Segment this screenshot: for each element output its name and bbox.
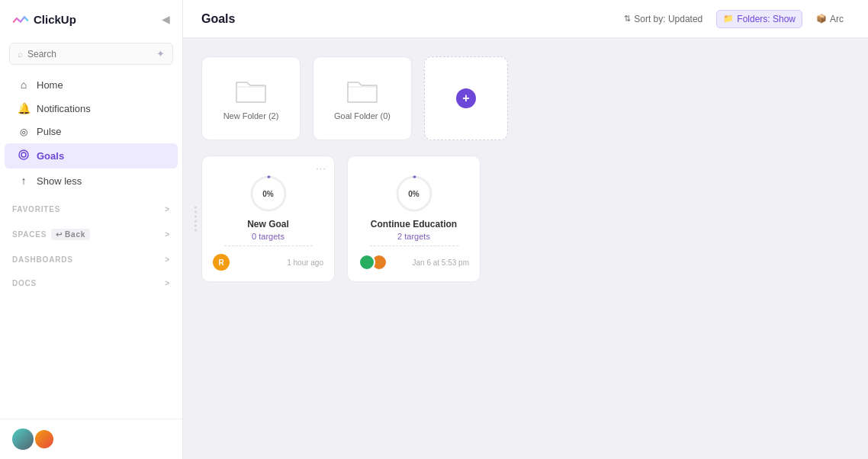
dashboards-label: DASHBOARDS bbox=[12, 255, 73, 264]
sort-icon: ⇅ bbox=[624, 14, 631, 24]
progress-ring-new-goal: 0% bbox=[248, 173, 289, 214]
nav-home-label: Home bbox=[37, 79, 63, 91]
folders-button[interactable]: 📁 Folders: Show bbox=[716, 10, 802, 28]
archive-icon: 📦 bbox=[816, 14, 827, 24]
progress-ring-continue-education: 0% bbox=[394, 173, 435, 214]
folder-btn-icon: 📁 bbox=[723, 14, 734, 24]
content-area: New Folder (2) Goal Folder (0) + bbox=[183, 38, 868, 459]
sidebar-footer bbox=[0, 419, 182, 459]
progress-percent-education: 0% bbox=[408, 190, 419, 198]
nav-item-pulse[interactable]: ◎ Pulse bbox=[5, 120, 178, 143]
main-content: Goals ⇅ Sort by: Updated 📁 Folders: Show… bbox=[183, 0, 868, 459]
goal-targets-education: 2 targets bbox=[397, 232, 430, 241]
user-avatar-2 bbox=[34, 429, 55, 450]
docs-label: DOCS bbox=[12, 279, 37, 287]
goal-name-new-goal: New Goal bbox=[247, 219, 289, 230]
search-input[interactable] bbox=[27, 49, 152, 59]
sidebar-section-dashboards[interactable]: DASHBOARDS > bbox=[0, 248, 182, 267]
folder-card-new-folder[interactable]: New Folder (2) bbox=[201, 56, 301, 140]
archive-button[interactable]: 📦 Arc bbox=[810, 11, 850, 27]
nav-item-goals[interactable]: Goals bbox=[5, 143, 178, 169]
topbar-actions: ⇅ Sort by: Updated 📁 Folders: Show 📦 Arc bbox=[618, 10, 850, 28]
goal-footer-education: Jan 6 at 5:53 pm bbox=[358, 249, 469, 271]
favorites-label: FAVORITES bbox=[12, 205, 60, 213]
goal-footer-new-goal: R 1 hour ago bbox=[213, 249, 323, 271]
nav-pulse-label: Pulse bbox=[37, 126, 62, 137]
nav-item-notifications[interactable]: 🔔 Notifications bbox=[5, 97, 178, 120]
svg-point-0 bbox=[19, 150, 28, 159]
goals-row: ··· 0% New Goal 0 targets R 1 hour ago bbox=[201, 156, 850, 282]
docs-arrow: > bbox=[165, 279, 170, 287]
goal-card-continue-education[interactable]: 0% Continue Education 2 targets Jan 6 at… bbox=[347, 156, 481, 282]
sidebar: ClickUp ◀ ⌕ ✦ ⌂ Home 🔔 Notifications ◎ P… bbox=[0, 0, 183, 459]
spaces-arrow: > bbox=[165, 230, 170, 239]
logo: ClickUp bbox=[12, 11, 76, 27]
page-title: Goals bbox=[201, 12, 235, 26]
sort-label: Sort by: Updated bbox=[634, 14, 702, 24]
add-folder-plus-icon: + bbox=[456, 88, 476, 108]
topbar: Goals ⇅ Sort by: Updated 📁 Folders: Show… bbox=[183, 0, 868, 38]
progress-percent-new-goal: 0% bbox=[262, 190, 273, 198]
user-avatar bbox=[12, 429, 34, 450]
folders-label: Folders: Show bbox=[737, 14, 796, 24]
nav-show-less[interactable]: ↑ Show less bbox=[5, 169, 178, 192]
goal-avatar-1-education bbox=[358, 254, 375, 271]
spaces-row: SPACES ↩ Back bbox=[12, 229, 90, 240]
clickup-logo-icon bbox=[12, 11, 29, 27]
goal-card-menu-button[interactable]: ··· bbox=[316, 162, 326, 174]
pulse-icon: ◎ bbox=[17, 127, 31, 137]
search-bar[interactable]: ⌕ ✦ bbox=[9, 43, 173, 65]
goal-name-education: Continue Education bbox=[371, 219, 457, 230]
favorites-arrow: > bbox=[165, 205, 170, 213]
add-folder-button[interactable]: + bbox=[424, 56, 508, 140]
goal-targets-new-goal: 0 targets bbox=[252, 232, 285, 241]
svg-point-1 bbox=[21, 152, 26, 157]
show-less-label: Show less bbox=[37, 175, 82, 187]
home-icon: ⌂ bbox=[17, 79, 31, 91]
goal-avatars-education bbox=[358, 254, 387, 271]
nav-notifications-label: Notifications bbox=[37, 103, 91, 114]
logo-text: ClickUp bbox=[34, 13, 76, 26]
sidebar-section-spaces: SPACES ↩ Back > bbox=[0, 221, 182, 243]
sidebar-header: ClickUp ◀ bbox=[0, 0, 182, 38]
sidebar-collapse-button[interactable]: ◀ bbox=[162, 13, 170, 25]
main-nav: ⌂ Home 🔔 Notifications ◎ Pulse Goals ↑ S… bbox=[0, 72, 182, 193]
back-chip[interactable]: ↩ Back bbox=[51, 229, 90, 240]
goal-targets-divider-2 bbox=[370, 246, 458, 246]
drag-handle bbox=[194, 207, 197, 232]
notifications-icon: 🔔 bbox=[17, 102, 31, 114]
dashboards-arrow: > bbox=[165, 255, 170, 264]
nav-goals-label: Goals bbox=[37, 150, 64, 162]
back-arrow-icon: ↩ bbox=[56, 230, 63, 239]
ai-search-icon: ✦ bbox=[156, 48, 165, 59]
folders-row: New Folder (2) Goal Folder (0) + bbox=[201, 56, 850, 140]
goal-card-new-goal[interactable]: ··· 0% New Goal 0 targets R 1 hour ago bbox=[201, 156, 335, 282]
sidebar-section-favorites[interactable]: FAVORITES > bbox=[0, 197, 182, 217]
spaces-label: SPACES bbox=[12, 230, 47, 239]
goal-avatar-new-goal: R bbox=[213, 254, 230, 271]
folder-icon bbox=[233, 76, 268, 105]
folder-icon-2 bbox=[345, 76, 380, 105]
back-label: Back bbox=[65, 230, 85, 239]
chevron-up-icon: ↑ bbox=[17, 175, 31, 187]
folder-card-goal-folder[interactable]: Goal Folder (0) bbox=[313, 56, 412, 140]
folder-goal-label: Goal Folder (0) bbox=[334, 111, 391, 120]
goal-time-education: Jan 6 at 5:53 pm bbox=[413, 258, 470, 267]
goal-targets-divider bbox=[224, 246, 313, 246]
search-icon: ⌕ bbox=[18, 49, 23, 59]
folder-new-label: New Folder (2) bbox=[223, 111, 279, 120]
archive-label: Arc bbox=[830, 14, 844, 24]
goal-time-new-goal: 1 hour ago bbox=[287, 258, 323, 267]
goals-icon bbox=[17, 149, 31, 163]
sidebar-section-docs[interactable]: DOCS > bbox=[0, 271, 182, 290]
sort-button[interactable]: ⇅ Sort by: Updated bbox=[618, 11, 709, 27]
nav-item-home[interactable]: ⌂ Home bbox=[5, 73, 178, 96]
